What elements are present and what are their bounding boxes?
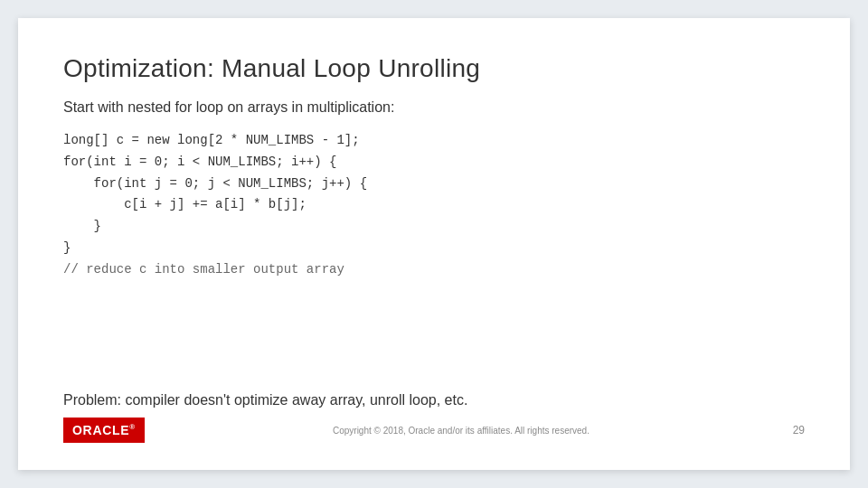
code-block: long[] c = new long[2 * NUM_LIMBS - 1]; … [63, 130, 805, 376]
code-line-7: // reduce c into smaller output array [63, 259, 805, 281]
oracle-logo-text: ORACLE [72, 423, 129, 437]
slide-footer-text: Problem: compiler doesn't optimize away … [63, 392, 805, 408]
oracle-trademark: ® [129, 423, 136, 431]
code-line-2: for(int i = 0; i < NUM_LIMBS; i++) { [63, 152, 805, 174]
slide: Optimization: Manual Loop Unrolling Star… [18, 18, 850, 470]
oracle-logo: ORACLE® [63, 418, 145, 443]
code-line-6: } [63, 238, 805, 259]
code-line-3: for(int j = 0; j < NUM_LIMBS; j++) { [63, 174, 805, 195]
code-line-5: } [63, 216, 805, 238]
slide-title: Optimization: Manual Loop Unrolling [63, 54, 805, 83]
code-line-4: c[i + j] += a[i] * b[j]; [63, 194, 805, 216]
slide-subtitle: Start with nested for loop on arrays in … [63, 99, 805, 116]
slide-copyright: Copyright © 2018, Oracle and/or its affi… [145, 426, 778, 436]
code-line-1: long[] c = new long[2 * NUM_LIMBS - 1]; [63, 130, 805, 152]
oracle-logo-box: ORACLE® [63, 418, 145, 443]
slide-page-number: 29 [778, 424, 805, 436]
slide-bottom: ORACLE® Copyright © 2018, Oracle and/or … [63, 408, 805, 443]
